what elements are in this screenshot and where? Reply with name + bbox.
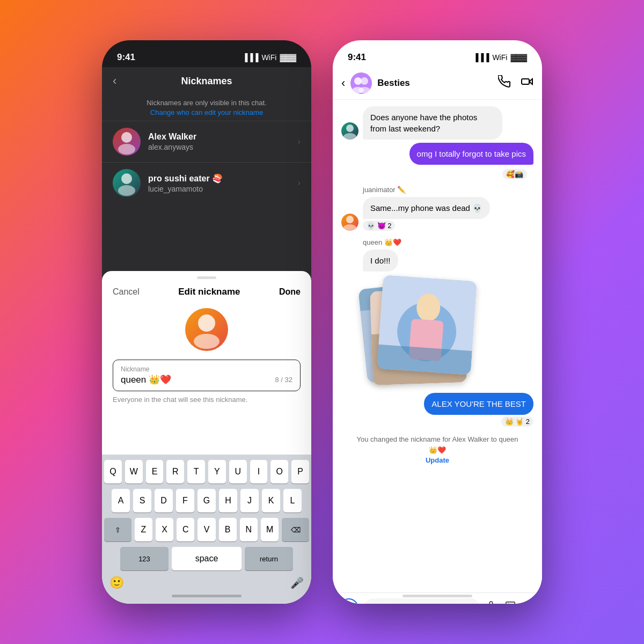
- bubble-4: Same...my phone was dead 💀: [363, 197, 490, 219]
- key-b[interactable]: B: [219, 518, 237, 541]
- camera-button[interactable]: [339, 598, 358, 604]
- reaction-8: 👑 🤘 2: [424, 416, 533, 427]
- phone-2-chat: 9:41 ▐▐▐ WiFi ▓▓▓ ‹ Besties: [333, 40, 542, 604]
- sender-label-juanimator: juanimator ✏️: [363, 186, 533, 194]
- message-placeholder: Message...: [372, 603, 414, 604]
- key-n[interactable]: N: [240, 518, 258, 541]
- svg-point-37: [525, 602, 535, 604]
- nick-person-name-1: Alex Walker: [148, 132, 298, 142]
- key-h[interactable]: H: [219, 489, 237, 513]
- keyboard-row-1: Q W E R T Y U I O P: [104, 460, 309, 484]
- reaction-pill-2: 🥰📸: [502, 169, 527, 179]
- char-count: 8 / 32: [275, 376, 292, 384]
- key-p[interactable]: P: [291, 460, 309, 484]
- nick-list-item-1[interactable]: Alex Walker alex.anyways ›: [102, 121, 311, 162]
- key-m[interactable]: M: [261, 518, 279, 541]
- chevron-icon-2: ›: [298, 178, 301, 188]
- bubble-4-wrap: Same...my phone was dead 💀 💀 😈 2: [363, 197, 490, 231]
- mic-key[interactable]: 🎤: [290, 576, 304, 589]
- svg-point-14: [346, 216, 354, 223]
- keyboard-row-2: A S D F G H J K L: [104, 489, 309, 513]
- nickname-hint: Everyone in the chat will see this nickn…: [113, 396, 301, 404]
- key-q[interactable]: Q: [104, 460, 122, 484]
- key-t[interactable]: T: [187, 460, 205, 484]
- key-s[interactable]: S: [133, 489, 151, 513]
- key-v[interactable]: V: [197, 518, 215, 541]
- sheet-header: Cancel Edit nickname Done: [102, 279, 311, 303]
- chat-header: ‹ Besties: [333, 67, 542, 100]
- battery-icon: ▓▓▓: [280, 53, 296, 62]
- nick-avatar-1: [113, 128, 141, 156]
- delete-key[interactable]: ⌫: [282, 518, 309, 541]
- key-o[interactable]: O: [270, 460, 288, 484]
- nicknames-screen: ‹ Nicknames Nicknames are only visible i…: [102, 67, 311, 292]
- nickname-input-wrapper[interactable]: Nickname queen 👑❤️ 8 / 32: [113, 360, 301, 391]
- nick-info-1: Alex Walker alex.anyways: [148, 132, 298, 151]
- sticker-icon[interactable]: [524, 601, 536, 604]
- svg-point-2: [121, 173, 132, 184]
- chat-group-avatar: [350, 72, 372, 94]
- edit-nickname-title: Edit nickname: [178, 287, 240, 297]
- nick-list-item-2[interactable]: pro sushi eater 🍣 lucie_yamamoto ›: [102, 162, 311, 203]
- key-w[interactable]: W: [125, 460, 143, 484]
- image-icon[interactable]: [504, 601, 516, 604]
- phone-call-icon[interactable]: [498, 75, 511, 91]
- key-z[interactable]: Z: [135, 518, 152, 541]
- keyboard-row-3: ⇧ Z X C V B N M ⌫: [104, 518, 309, 541]
- emoji-key[interactable]: 🙂: [109, 576, 124, 590]
- nick-person-name-2: pro sushi eater 🍣: [148, 173, 298, 184]
- photo-card-2: [377, 275, 477, 375]
- key-i[interactable]: I: [250, 460, 268, 484]
- status-bar-2: 9:41 ▐▐▐ WiFi ▓▓▓: [333, 40, 542, 67]
- photo-stack: [363, 278, 475, 385]
- key-l[interactable]: L: [283, 489, 302, 513]
- done-button[interactable]: Done: [279, 287, 301, 297]
- back-button[interactable]: ‹: [113, 74, 116, 88]
- signal-icon-2: ▐▐▐: [473, 53, 489, 62]
- key-k[interactable]: K: [262, 489, 280, 513]
- message-row-2: omg I totally forgot to take pics: [341, 143, 533, 165]
- nickname-input-value[interactable]: queen 👑❤️: [121, 374, 171, 385]
- nick-avatar-2: [113, 169, 141, 197]
- svg-point-1: [118, 144, 135, 155]
- svg-point-3: [118, 185, 135, 196]
- key-e[interactable]: E: [146, 460, 164, 484]
- mic-icon[interactable]: [485, 601, 497, 604]
- return-key[interactable]: return: [245, 547, 293, 570]
- svg-rect-10: [522, 79, 529, 84]
- key-x[interactable]: X: [156, 518, 173, 541]
- sender-label-queen: queen 👑❤️: [363, 238, 533, 246]
- bubble-6: I do!!!: [363, 250, 398, 272]
- key-y[interactable]: Y: [208, 460, 226, 484]
- key-c[interactable]: C: [177, 518, 194, 541]
- msg-avatar-4: [341, 214, 358, 231]
- key-a[interactable]: A: [112, 489, 130, 513]
- key-r[interactable]: R: [166, 460, 184, 484]
- svg-point-15: [343, 224, 356, 231]
- shift-key[interactable]: ⇧: [104, 518, 131, 541]
- numbers-key[interactable]: 123: [120, 547, 169, 570]
- video-call-icon[interactable]: [521, 75, 533, 91]
- nickname-input-label: Nickname: [121, 365, 292, 373]
- status-time-1: 9:41: [117, 52, 135, 63]
- key-f[interactable]: F: [176, 489, 194, 513]
- nick-info-2: pro sushi eater 🍣 lucie_yamamoto: [148, 173, 298, 193]
- key-g[interactable]: G: [197, 489, 216, 513]
- change-nickname-link[interactable]: Change who can edit your nickname: [150, 108, 263, 116]
- cancel-button[interactable]: Cancel: [113, 287, 140, 297]
- space-key[interactable]: space: [172, 547, 241, 570]
- bubble-8: ALEX YOU'RE THE BEST: [424, 393, 533, 415]
- key-u[interactable]: U: [229, 460, 247, 484]
- wifi-icon-2: WiFi: [492, 53, 507, 62]
- status-icons-1: ▐▐▐ WiFi ▓▓▓: [243, 53, 296, 62]
- key-j[interactable]: J: [240, 489, 259, 513]
- key-d[interactable]: D: [155, 489, 173, 513]
- message-input[interactable]: Message...: [364, 598, 480, 604]
- update-link[interactable]: Update: [426, 456, 449, 464]
- svg-point-7: [361, 77, 368, 85]
- svg-point-12: [346, 125, 354, 132]
- messages-list: Does anyone have the photos from last we…: [333, 100, 542, 592]
- chat-back-button[interactable]: ‹: [341, 76, 345, 90]
- keyboard-row-4: 123 space return: [104, 547, 309, 570]
- svg-point-6: [354, 77, 362, 85]
